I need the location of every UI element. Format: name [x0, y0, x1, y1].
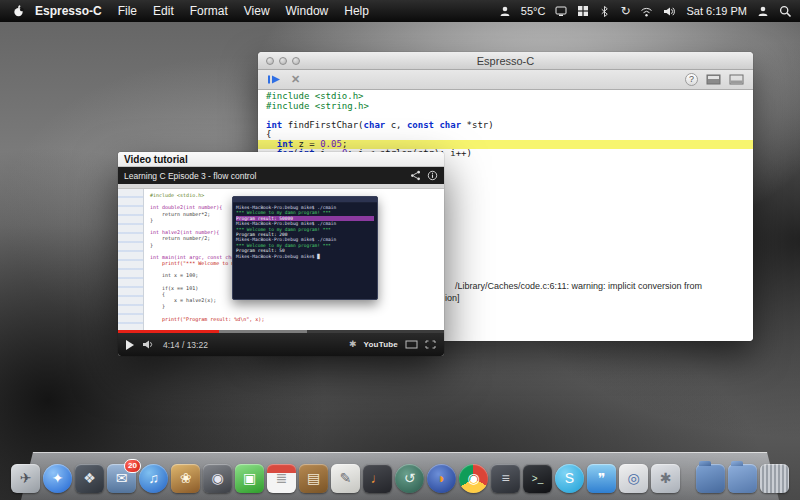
dock-documents-folder[interactable] [728, 464, 757, 493]
dock-icons: ✈✦❖✉20♫❀◉▣≣▤✎♩↺◗◉≡>_S❞◎✱ [21, 452, 779, 500]
play-button[interactable] [126, 340, 134, 350]
controls-right-group: ✱ YouTube [349, 340, 436, 349]
mail-glyph: ✉ [116, 470, 128, 486]
dock-launchpad[interactable]: ✈ [11, 464, 40, 493]
dock-calendar[interactable]: ≣ [267, 464, 296, 493]
menu-item-format[interactable]: Format [190, 4, 228, 18]
keyboard-menu-icon[interactable] [577, 5, 589, 17]
textedit-glyph: ✎ [340, 470, 352, 486]
player-header-icons [410, 170, 438, 181]
system-preferences-glyph: ✱ [660, 470, 672, 486]
garageband-glyph: ♩ [371, 470, 385, 486]
dock-contacts[interactable]: ▤ [299, 464, 328, 493]
skype-glyph: S [565, 470, 574, 486]
dock: ✈✦❖✉20♫❀◉▣≣▤✎♩↺◗◉≡>_S❞◎✱ [21, 452, 779, 500]
safari-glyph: ✦ [52, 470, 64, 486]
apple-menu-icon[interactable] [12, 4, 25, 18]
dock-calculator[interactable]: ≡ [491, 464, 520, 493]
video-title: Learning C Episode 3 - flow control [124, 171, 256, 181]
dock-downloads-folder[interactable] [696, 464, 725, 493]
editor-titlebar[interactable]: Espresso-C [258, 52, 753, 70]
progress-bar[interactable] [118, 330, 444, 333]
share-icon[interactable] [410, 170, 421, 181]
fast-user-switch-icon[interactable] [757, 5, 769, 17]
dock-system-preferences[interactable]: ✱ [651, 464, 680, 493]
video-code-line: printf("Program result: %d\n", x); [150, 316, 307, 322]
contacts-glyph: ▤ [307, 470, 320, 486]
menu-item-file[interactable]: File [118, 4, 137, 18]
volume-menu-icon[interactable] [663, 6, 676, 17]
xcode-glyph: ❖ [83, 470, 96, 486]
dock-iphoto[interactable]: ❀ [171, 464, 200, 493]
menu-clock[interactable]: Sat 6:19 PM [686, 5, 747, 17]
dock-trash[interactable] [760, 464, 789, 493]
dock-itunes[interactable]: ♫ [139, 464, 168, 493]
terminal-line: Mikes-MacBook-Pro:Debug mike$ ▉ [236, 254, 374, 259]
video-window-titlebar[interactable]: Video tutorial [118, 152, 444, 167]
minimize-button[interactable] [279, 57, 287, 65]
dock-safari[interactable]: ✦ [43, 464, 72, 493]
menu-app-name[interactable]: Espresso-C [35, 4, 102, 18]
help-button[interactable]: ? [685, 73, 698, 86]
dock-facetime[interactable]: ▣ [235, 464, 264, 493]
stop-button[interactable]: ✕ [291, 74, 300, 85]
toolbar-right-group: ? [685, 73, 744, 86]
dock-time-machine[interactable]: ↺ [395, 464, 424, 493]
info-icon[interactable] [427, 170, 438, 181]
dock-terminal[interactable]: >_ [523, 464, 552, 493]
time-machine-glyph: ↺ [404, 470, 416, 486]
chrome-glyph: ◉ [467, 470, 479, 486]
menu-bar: Espresso-C FileEditFormatViewWindowHelp … [0, 0, 800, 22]
theater-mode-icon[interactable] [405, 340, 418, 349]
player-header: Learning C Episode 3 - flow control [118, 167, 444, 184]
cpu-temperature[interactable]: 55°C [521, 5, 546, 17]
settings-gear-icon[interactable]: ✱ [349, 340, 357, 349]
messages-glyph: ❞ [598, 470, 606, 486]
menu-item-edit[interactable]: Edit [153, 4, 174, 18]
bluetooth-menu-icon[interactable] [599, 5, 610, 18]
sync-menu-icon[interactable]: ↻ [620, 4, 630, 18]
editor-panel-button[interactable] [729, 74, 744, 85]
dock-skype[interactable]: S [555, 464, 584, 493]
dock-firefox[interactable]: ◗ [427, 464, 456, 493]
menu-items: FileEditFormatViewWindowHelp [118, 4, 385, 18]
menu-item-window[interactable]: Window [286, 4, 329, 18]
xcode-toolbar [118, 184, 444, 189]
display-menu-icon[interactable] [555, 5, 567, 17]
photo-booth-glyph: ◉ [211, 470, 223, 486]
traffic-lights [266, 57, 300, 65]
terminal-overlay: Mikes-MacBook-Pro:Debug mike$ ./cmain***… [232, 196, 378, 300]
video-frame[interactable]: #include <stdio.h> int double2(int numbe… [118, 184, 444, 330]
dock-chrome[interactable]: ◉ [459, 464, 488, 493]
dock-garageband[interactable]: ♩ [363, 464, 392, 493]
dock-mail[interactable]: ✉20 [107, 464, 136, 493]
itunes-glyph: ♫ [148, 470, 159, 486]
code-line: int findFirstChar(char c, const char *st… [258, 121, 753, 131]
youtube-logo: YouTube [364, 340, 398, 349]
menu-item-help[interactable]: Help [344, 4, 369, 18]
volume-icon[interactable] [142, 339, 155, 350]
firefox-glyph: ◗ [437, 470, 445, 486]
dock-photo-booth[interactable]: ◉ [203, 464, 232, 493]
desktop: { "menu_bar": { "app_name": "Espresso-C"… [0, 0, 800, 500]
spotlight-icon[interactable] [779, 5, 792, 18]
dock-textedit[interactable]: ✎ [331, 464, 360, 493]
menu-item-view[interactable]: View [244, 4, 270, 18]
calculator-glyph: ≡ [501, 470, 509, 486]
dock-messages[interactable]: ❞ [587, 464, 616, 493]
compiler-warning-line: /Library/Caches/code.c:6:11: warning: im… [455, 280, 753, 292]
calendar-glyph: ≣ [276, 470, 288, 486]
user-menu-icon[interactable] [499, 5, 511, 17]
dock-xcode[interactable]: ❖ [75, 464, 104, 493]
run-button[interactable] [267, 74, 282, 85]
wifi-menu-icon[interactable] [640, 6, 653, 17]
dock-preview[interactable]: ◎ [619, 464, 648, 493]
zoom-button[interactable] [292, 57, 300, 65]
terminal-lines: Mikes-MacBook-Pro:Debug mike$ ./cmain***… [233, 203, 377, 261]
close-button[interactable] [266, 57, 274, 65]
player-controls: 4:14 / 13:22 ✱ YouTube [118, 333, 444, 356]
console-panel-button[interactable] [706, 74, 721, 85]
fullscreen-icon[interactable] [425, 340, 436, 349]
facetime-glyph: ▣ [243, 470, 256, 486]
time-display: 4:14 / 13:22 [163, 340, 208, 350]
